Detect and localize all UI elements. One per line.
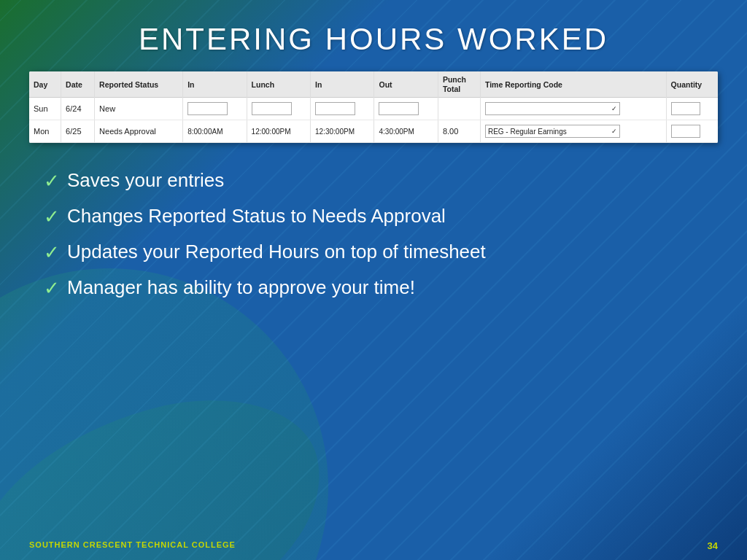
bullet-item-2: ✓ Changes Reported Status to Needs Appro…	[44, 204, 703, 230]
slide-footer: SOUTHERN CRESCENT TECHNICAL COLLEGE 34	[0, 540, 747, 551]
bullet-text-2: Changes Reported Status to Needs Approva…	[67, 204, 446, 229]
cell-out-mon: 4:30:00PM	[374, 120, 438, 143]
cell-day-mon: Mon	[29, 120, 61, 143]
bullet-item-1: ✓ Saves your entries	[44, 168, 703, 194]
cell-qty-sun[interactable]	[666, 98, 718, 120]
check-icon-2: ✓	[44, 205, 60, 230]
cell-status-needs-approval: Needs Approval	[95, 120, 183, 143]
bullets-area: ✓ Saves your entries ✓ Changes Reported …	[0, 158, 747, 308]
cell-in-sun[interactable]	[183, 98, 247, 120]
cell-in-mon: 8:00:00AM	[183, 120, 247, 143]
col-header-quantity: Quantity	[666, 71, 718, 98]
footer-page-number: 34	[708, 540, 718, 551]
col-header-out: Out	[374, 71, 438, 98]
col-header-trc: Time Reporting Code	[480, 71, 666, 98]
check-icon-4: ✓	[44, 276, 60, 301]
cell-trc-mon[interactable]: REG - Regular Earnings ✓	[480, 120, 666, 143]
col-header-punch-total: PunchTotal	[438, 71, 480, 98]
cell-qty-mon[interactable]	[666, 120, 718, 143]
timesheet-table: Day Date Reported Status In Lunch In Out…	[29, 71, 718, 143]
check-icon-3: ✓	[44, 241, 60, 265]
bullet-item-3: ✓ Updates your Reported Hours on top of …	[44, 240, 703, 265]
trc-select-value-mon: REG - Regular Earnings	[488, 128, 567, 136]
bullet-item-4: ✓ Manager has ability to approve your ti…	[44, 276, 703, 301]
trc-dropdown-arrow-sun[interactable]: ✓	[611, 105, 617, 112]
bullet-text-1: Saves your entries	[67, 168, 224, 193]
bullet-text-3: Updates your Reported Hours on top of ti…	[67, 240, 486, 265]
cell-date-625: 6/25	[61, 120, 95, 143]
cell-in2-mon: 12:30:00PM	[311, 120, 374, 143]
cell-lunch-sun[interactable]	[247, 98, 310, 120]
col-header-lunch: Lunch	[247, 71, 310, 98]
col-header-reported-status: Reported Status	[95, 71, 183, 98]
timesheet-table-container: Day Date Reported Status In Lunch In Out…	[29, 71, 718, 143]
col-header-in2: In	[311, 71, 374, 98]
bullet-text-4: Manager has ability to approve your time…	[67, 276, 415, 300]
cell-day-sun: Sun	[29, 98, 61, 120]
cell-punch-mon: 8.00	[438, 120, 480, 143]
col-header-day: Day	[29, 71, 61, 98]
cell-trc-sun[interactable]: ✓	[480, 98, 666, 120]
col-header-date: Date	[61, 71, 95, 98]
cell-in2-sun[interactable]	[311, 98, 374, 120]
cell-lunch-mon: 12:00:00PM	[247, 120, 310, 143]
table-row: Sun 6/24 New ✓	[29, 98, 718, 120]
footer-school-name: SOUTHERN CRESCENT TECHNICAL COLLEGE	[29, 540, 236, 551]
col-header-in: In	[183, 71, 247, 98]
cell-punch-sun	[438, 98, 480, 120]
cell-date-624: 6/24	[61, 98, 95, 120]
cell-status-new: New	[95, 98, 183, 120]
trc-dropdown-arrow-mon[interactable]: ✓	[611, 128, 617, 135]
slide-title: ENTERING HOURS WORKED	[0, 0, 747, 71]
table-row: Mon 6/25 Needs Approval 8:00:00AM 12:00:…	[29, 120, 718, 143]
check-icon-1: ✓	[44, 169, 60, 194]
cell-out-sun[interactable]	[374, 98, 438, 120]
